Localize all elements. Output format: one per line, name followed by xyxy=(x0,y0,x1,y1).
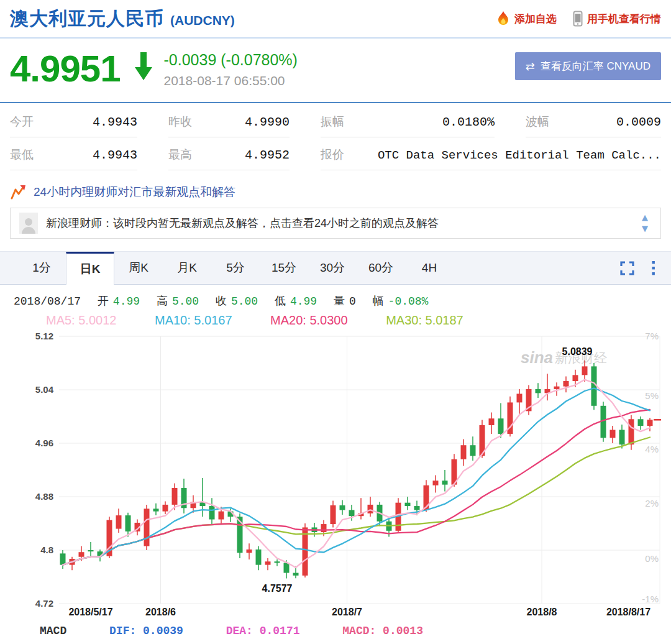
svg-text:2018/8: 2018/8 xyxy=(527,607,557,617)
ohlc-close: 5.00 xyxy=(231,295,258,308)
advisor-headline-row: 24小时内理财师对汇市最新观点和解答 xyxy=(10,184,661,200)
mobile-view-label: 用手机查看行情 xyxy=(587,12,661,26)
stat-high: 最高 4.9952 xyxy=(168,137,290,170)
zigzag-arrow-icon xyxy=(10,184,26,200)
reverse-rate-button[interactable]: ⇄ 查看反向汇率 CNYAUD xyxy=(515,52,661,80)
tab-daily[interactable]: 日K xyxy=(66,252,114,285)
ohlc-date: 2018/08/17 xyxy=(14,295,81,308)
svg-text:4.88: 4.88 xyxy=(35,491,53,502)
sina-watermark: sina xyxy=(521,348,553,367)
macd-info-row: MACD DIF: 0.0039 DEA: 0.0171 MACD: 0.001… xyxy=(40,625,671,637)
svg-text:0%: 0% xyxy=(645,553,659,564)
tab-weekly[interactable]: 周K xyxy=(114,252,163,284)
chart-area: 5.127%5.045%4.964%4.882%4.80%4.72-1%2018… xyxy=(0,328,671,622)
svg-text:5%: 5% xyxy=(645,390,659,401)
svg-text:5.0839: 5.0839 xyxy=(562,346,593,357)
macd-item: MACD: 0.0013 xyxy=(342,625,423,637)
svg-text:2%: 2% xyxy=(645,498,659,508)
person-icon xyxy=(21,216,36,234)
interval-tabbar: 1分 日K 周K 月K 5分 15分 30分 60分 4H xyxy=(0,251,671,285)
svg-text:4%: 4% xyxy=(645,444,659,454)
ma-legend-row: MA5: 5.0012 MA10: 5.0167 MA20: 5.0300 MA… xyxy=(46,313,671,328)
tab-5min[interactable]: 5分 xyxy=(211,252,260,284)
tab-15min[interactable]: 15分 xyxy=(260,252,308,284)
tab-60min[interactable]: 60分 xyxy=(357,252,405,284)
ohlc-info-row: 2018/08/17 开4.99 高5.00 收5.00 低4.99 量0 幅-… xyxy=(14,293,671,308)
stat-wave: 波幅 0.0009 xyxy=(526,104,661,137)
ohlc-range: -0.08% xyxy=(388,295,429,308)
tab-1min[interactable]: 1分 xyxy=(17,252,66,284)
svg-text:2018/5/17: 2018/5/17 xyxy=(68,607,112,617)
down-arrow-icon xyxy=(134,52,153,81)
svg-text:2018/7: 2018/7 xyxy=(332,607,362,617)
last-price: 4.9951 xyxy=(10,51,121,86)
advisor-message-box[interactable]: 新浪理财师：该时段内暂无最新观点及解答，点击查看24小时之前的观点及解答 ▲ ▼ xyxy=(10,208,661,239)
stat-amplitude: 振幅 0.0180% xyxy=(321,104,495,137)
stat-open: 今开 4.9943 xyxy=(10,104,137,137)
reverse-rate-label: 查看反向汇率 CNYAUD xyxy=(541,59,650,73)
price-change: -0.0039 (-0.0780%) xyxy=(164,51,298,69)
ohlc-volume: 0 xyxy=(349,295,356,308)
instrument-title: 澳大利亚元人民币 xyxy=(10,6,164,32)
svg-text:4.72: 4.72 xyxy=(35,598,53,609)
stats-table: 今开 4.9943 昨收 4.9990 振幅 0.0180% 波幅 0.0009… xyxy=(0,103,671,170)
svg-text:5.12: 5.12 xyxy=(35,331,53,341)
stat-prev-close: 昨收 4.9990 xyxy=(168,104,290,137)
svg-text:2018/8/17: 2018/8/17 xyxy=(606,607,650,617)
svg-text:4.7577: 4.7577 xyxy=(262,583,293,594)
ma5-legend: MA5: 5.0012 xyxy=(46,313,116,327)
add-watchlist-link[interactable]: 添加自选 xyxy=(496,11,557,27)
svg-text:2018/6: 2018/6 xyxy=(145,607,176,617)
fullscreen-icon[interactable] xyxy=(620,261,634,275)
tab-monthly[interactable]: 月K xyxy=(163,252,211,284)
ma20-legend: MA20: 5.0300 xyxy=(270,313,348,327)
mobile-view-link[interactable]: 用手机查看行情 xyxy=(573,11,661,27)
macd-item: DEA: 0.0171 xyxy=(226,625,300,637)
ma30-legend: MA30: 5.0187 xyxy=(386,313,463,327)
ohlc-open: 4.99 xyxy=(113,295,140,308)
advisor-headline-link[interactable]: 24小时内理财师对汇市最新观点和解答 xyxy=(34,184,235,200)
scroll-up-icon[interactable]: ▲ xyxy=(642,214,648,221)
ohlc-high: 5.00 xyxy=(172,295,199,308)
phone-icon xyxy=(573,11,583,27)
tab-30min[interactable]: 30分 xyxy=(308,252,357,284)
quote-timestamp: 2018-08-17 06:55:00 xyxy=(164,73,298,88)
advisor-message[interactable]: 新浪理财师：该时段内暂无最新观点及解答，点击查看24小时之前的观点及解答 xyxy=(46,216,634,231)
tab-4h[interactable]: 4H xyxy=(405,252,454,284)
svg-text:7%: 7% xyxy=(645,331,659,341)
macd-item: DIF: 0.0039 xyxy=(109,625,183,637)
add-watchlist-label: 添加自选 xyxy=(514,12,557,26)
ohlc-low: 4.99 xyxy=(290,295,317,308)
svg-text:-1%: -1% xyxy=(642,594,659,604)
stat-quote-source: 报价 OTC Data Services Editorial Team Calc… xyxy=(321,137,661,170)
instrument-symbol: (AUDCNY) xyxy=(170,13,235,28)
svg-text:4.96: 4.96 xyxy=(35,438,53,448)
flame-icon xyxy=(496,11,510,27)
swap-arrows-icon: ⇄ xyxy=(526,60,535,73)
svg-text:4.8: 4.8 xyxy=(40,545,53,555)
more-options-icon[interactable] xyxy=(652,261,655,275)
ma10-legend: MA10: 5.0167 xyxy=(155,313,232,327)
page-header: 澳大利亚元人民币 (AUDCNY) 添加自选 用手机查看行情 xyxy=(0,0,671,39)
scroll-down-icon[interactable]: ▼ xyxy=(642,226,648,232)
avatar xyxy=(19,213,38,234)
stat-low: 最低 4.9943 xyxy=(10,137,137,170)
candlestick-chart[interactable]: 5.127%5.045%4.964%4.882%4.80%4.72-1%2018… xyxy=(0,328,671,620)
svg-text:5.04: 5.04 xyxy=(35,384,54,395)
quote-section: 4.9951 -0.0039 (-0.0780%) 2018-08-17 06:… xyxy=(0,39,671,102)
macd-item: MACD xyxy=(40,625,66,637)
